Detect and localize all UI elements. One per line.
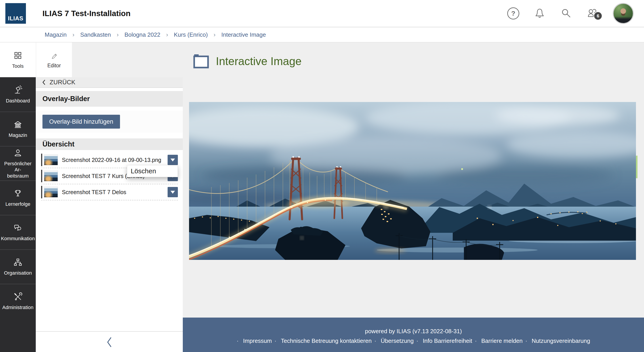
editor-tab[interactable]: Editor bbox=[36, 43, 72, 77]
sidebar-item-kommunikation[interactable]: Kommunikation bbox=[0, 215, 36, 249]
overview-title-bar: Übersicht bbox=[36, 138, 183, 150]
footer-separator: · bbox=[416, 337, 418, 344]
sidebar-item-lernerfolge[interactable]: Lernerfolge bbox=[0, 180, 36, 215]
slate-tabs-row: Editor bbox=[36, 43, 183, 77]
page-footer: powered by ILIAS (v7.13 2022-08-31) ·Imp… bbox=[183, 317, 644, 352]
awareness-contacts-icon[interactable]: 6 bbox=[586, 7, 598, 20]
footer-separator: · bbox=[475, 337, 477, 344]
breadcrumb-kurs[interactable]: Kurs (Enrico) bbox=[174, 31, 208, 38]
notifications-bell-icon[interactable] bbox=[534, 7, 546, 20]
installation-title: ILIAS 7 Test-Installation bbox=[42, 0, 130, 27]
sidebar-item-administration[interactable]: Administration bbox=[0, 284, 36, 318]
overlay-filename: Screenshot TEST 7 Delos bbox=[58, 189, 168, 195]
breadcrumb-separator: › bbox=[72, 31, 74, 38]
sidebar-item-dashboard[interactable]: Dashboard bbox=[0, 77, 36, 112]
footer-link-barriere-melden[interactable]: Barriere melden bbox=[481, 337, 523, 344]
drag-handle[interactable] bbox=[41, 170, 42, 182]
ilias-page: ILIAS ILIAS 7 Test-Installation ? bbox=[0, 0, 644, 352]
caret-down-icon bbox=[170, 159, 175, 161]
breadcrumb-interactive-image[interactable]: Interactive Image bbox=[221, 31, 266, 38]
breadcrumb-magazin[interactable]: Magazin bbox=[45, 31, 66, 38]
footer-link-uebersetzung[interactable]: Übersetzung bbox=[381, 337, 414, 344]
sidebar-item-magazin[interactable]: Magazin bbox=[0, 112, 36, 146]
sidebar-item-organisation[interactable]: Organisation bbox=[0, 249, 36, 284]
overlay-thumbnail bbox=[44, 171, 58, 181]
list-item: Screenshot TEST 7 Delos bbox=[41, 184, 178, 200]
header-icon-bar: ? 6 bbox=[507, 0, 634, 27]
panel-title-bar: Overlay-Bilder bbox=[36, 91, 183, 107]
sidebar-item-tools[interactable]: Tools bbox=[0, 43, 36, 77]
footer-separator: · bbox=[237, 337, 239, 344]
breadcrumb-separator: › bbox=[214, 31, 216, 38]
overlay-thumbnail bbox=[44, 155, 58, 165]
grid-icon bbox=[13, 51, 23, 60]
pencil-icon bbox=[50, 51, 59, 60]
search-icon[interactable] bbox=[560, 7, 572, 20]
bank-icon bbox=[13, 120, 23, 130]
powered-by-link[interactable]: powered by ILIAS (v7.13 2022-08-31) bbox=[365, 328, 462, 335]
caret-down-icon bbox=[170, 191, 175, 194]
ilias-logo[interactable]: ILIAS bbox=[5, 3, 26, 24]
row-actions-menu: Löschen bbox=[127, 165, 178, 177]
footer-link-impressum[interactable]: Impressum bbox=[243, 337, 272, 344]
person-icon bbox=[13, 148, 23, 158]
chevron-left-icon bbox=[42, 79, 46, 85]
back-label: ZURÜCK bbox=[50, 79, 76, 86]
chevron-left-icon bbox=[106, 336, 113, 348]
drag-handle[interactable] bbox=[41, 154, 42, 166]
breadcrumb-sandkasten[interactable]: Sandkasten bbox=[80, 31, 111, 38]
sidebar-item-persoenlicher-arbeitsraum[interactable]: Persönlicher Ar- beitsraum bbox=[0, 146, 36, 180]
container-folder-icon bbox=[192, 54, 210, 69]
footer-links: ·Impressum ·Technische Betreuung kontakt… bbox=[183, 337, 644, 344]
footer-separator: · bbox=[525, 337, 527, 344]
breadcrumb-bologna[interactable]: Bologna 2022 bbox=[124, 31, 160, 38]
main-sidebar: Tools Dashboard Magazin Persönlicher A bbox=[0, 43, 36, 352]
breadcrumb-separator: › bbox=[166, 31, 168, 38]
footer-separator: · bbox=[374, 337, 376, 344]
page-title: Interactive Image bbox=[216, 55, 302, 68]
panel-title: Overlay-Bilder bbox=[42, 95, 90, 103]
menu-item-delete[interactable]: Löschen bbox=[131, 167, 156, 175]
overview-title: Übersicht bbox=[42, 140, 74, 148]
wrench-icon bbox=[13, 292, 23, 302]
chat-icon bbox=[13, 223, 23, 233]
overlay-filename: Screenshot 2022-09-16 at 09-00-13.png bbox=[58, 157, 168, 163]
footer-link-nutzungsvereinbarung[interactable]: Nutzungsvereinbarung bbox=[532, 337, 590, 344]
row-actions-dropdown-button[interactable] bbox=[168, 187, 178, 197]
footer-link-support[interactable]: Technische Betreuung kontaktieren bbox=[281, 337, 372, 344]
footer-link-barrierefreiheit[interactable]: Info Barrierefreiheit bbox=[423, 337, 472, 344]
interactive-image-photo bbox=[189, 102, 636, 260]
help-icon[interactable]: ? bbox=[507, 7, 519, 20]
drag-handle[interactable] bbox=[41, 186, 42, 198]
overlay-thumbnail bbox=[44, 187, 58, 197]
breadcrumb: Magazin › Sandkasten › Bologna 2022 › Ku… bbox=[0, 27, 644, 43]
back-button[interactable]: ZURÜCK bbox=[36, 77, 183, 88]
overlay-images-slate: Editor ZURÜCK Overlay-Bilder Overlay-Bil… bbox=[36, 43, 183, 352]
overlay-marker bbox=[636, 156, 638, 178]
lamp-icon bbox=[13, 85, 23, 95]
user-avatar[interactable] bbox=[613, 3, 634, 24]
top-header: ILIAS ILIAS 7 Test-Installation ? bbox=[0, 0, 644, 27]
slate-collapse-button[interactable] bbox=[36, 331, 183, 352]
orgchart-icon bbox=[13, 257, 23, 267]
editor-tab-label: Editor bbox=[47, 63, 61, 69]
main-content: Interactive Image bbox=[183, 43, 644, 317]
add-overlay-section: Overlay-Bild hinzufügen bbox=[36, 111, 183, 133]
add-overlay-image-button[interactable]: Overlay-Bild hinzufügen bbox=[42, 115, 120, 129]
logo-text: ILIAS bbox=[8, 15, 24, 22]
page-header: Interactive Image bbox=[192, 54, 302, 69]
trophy-icon bbox=[13, 189, 23, 198]
row-actions-dropdown-button[interactable] bbox=[168, 155, 178, 165]
breadcrumb-separator: › bbox=[117, 31, 119, 38]
footer-separator: · bbox=[274, 337, 276, 344]
contacts-count-badge: 6 bbox=[594, 12, 602, 20]
